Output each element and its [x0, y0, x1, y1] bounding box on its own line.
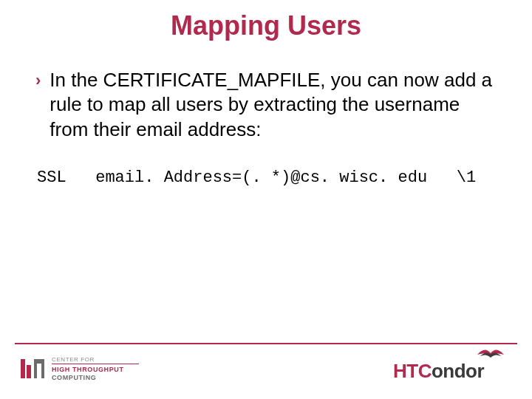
chtc-text: CENTER FOR HIGH THROUGHPUT COMPUTING [52, 356, 139, 381]
htcondor-text: HTCondor [393, 360, 484, 383]
footer-rule [15, 343, 517, 344]
chtc-logo: CENTER FOR HIGH THROUGHPUT COMPUTING [21, 356, 139, 381]
chtc-divider-icon [52, 364, 139, 364]
htcondor-logo: HTCondor [393, 352, 511, 383]
condor-bird-icon [476, 347, 505, 361]
chtc-line3: COMPUTING [52, 374, 139, 381]
htcondor-rest: ondor [432, 360, 484, 382]
slide-title: Mapping Users [0, 0, 532, 41]
slide-body: › In the CERTIFICATE_MAPFILE, you can no… [0, 41, 532, 187]
htcondor-ht: HTC [393, 360, 432, 382]
bullet-text: In the CERTIFICATE_MAPFILE, you can now … [50, 68, 501, 142]
bullet-item: › In the CERTIFICATE_MAPFILE, you can no… [35, 68, 501, 142]
code-line: SSL email. Address=(. *)@cs. wisc. edu \… [37, 168, 501, 187]
footer: CENTER FOR HIGH THROUGHPUT COMPUTING HTC… [0, 343, 532, 386]
chtc-mark-icon [21, 359, 44, 378]
chtc-line2: HIGH THROUGHPUT [52, 366, 124, 373]
chtc-line1: CENTER FOR [52, 356, 139, 363]
chevron-icon: › [35, 69, 41, 92]
